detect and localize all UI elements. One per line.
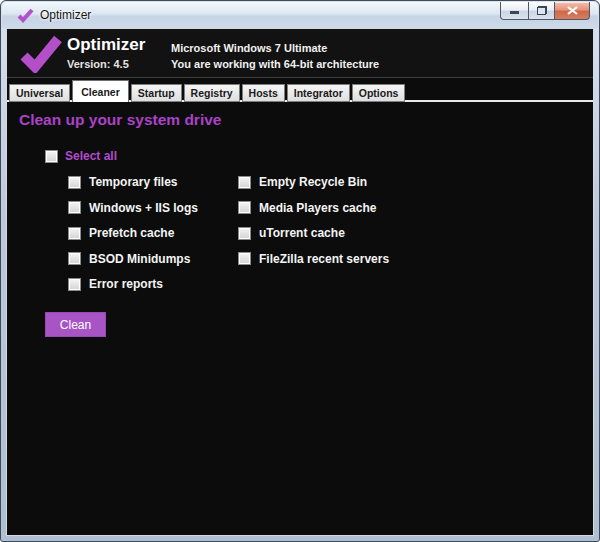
restore-icon — [537, 6, 547, 15]
os-architecture: You are working with 64-bit architecture — [171, 58, 379, 70]
tab-options[interactable]: Options — [352, 84, 406, 102]
tab-label: Hosts — [249, 87, 278, 99]
minimize-icon — [510, 11, 519, 14]
tab-hosts[interactable]: Hosts — [242, 84, 285, 102]
app-header: Optimizer Version: 4.5 Microsoft Windows… — [7, 29, 593, 78]
option-label: Prefetch cache — [89, 226, 174, 240]
checkbox-unchecked-icon[interactable] — [238, 201, 251, 214]
checkbox-unchecked-icon[interactable] — [68, 201, 81, 214]
options-column-left: Temporary files Windows + IIS logs Prefe… — [68, 175, 198, 291]
checkbox-unchecked-icon[interactable] — [68, 176, 81, 189]
tab-registry[interactable]: Registry — [184, 84, 240, 102]
maximize-button[interactable] — [529, 2, 555, 20]
option-temporary-files[interactable]: Temporary files — [68, 175, 198, 189]
option-label: Windows + IIS logs — [89, 201, 198, 215]
option-label: FileZilla recent servers — [259, 252, 389, 266]
tab-label: Options — [359, 87, 399, 99]
option-empty-recycle-bin[interactable]: Empty Recycle Bin — [238, 175, 389, 189]
clean-button[interactable]: Clean — [45, 312, 106, 337]
option-label: BSOD Minidumps — [89, 252, 190, 266]
option-label: uTorrent cache — [259, 226, 345, 240]
option-media-players-cache[interactable]: Media Players cache — [238, 201, 389, 215]
option-label: Temporary files — [89, 175, 177, 189]
option-windows-iis-logs[interactable]: Windows + IIS logs — [68, 201, 198, 215]
os-name: Microsoft Windows 7 Ultimate — [171, 42, 327, 54]
select-all-label: Select all — [65, 149, 117, 163]
tab-universal[interactable]: Universal — [9, 84, 70, 102]
select-all-checkbox-row[interactable]: Select all — [45, 149, 117, 163]
app-checkmark-icon — [17, 8, 34, 23]
option-prefetch-cache[interactable]: Prefetch cache — [68, 226, 198, 240]
checkbox-unchecked-icon[interactable] — [238, 252, 251, 265]
option-utorrent-cache[interactable]: uTorrent cache — [238, 226, 389, 240]
tab-label: Integrator — [294, 87, 343, 99]
option-label: Error reports — [89, 277, 163, 291]
tab-strip: Universal Cleaner Startup Registry Hosts… — [9, 80, 405, 102]
window-title: Optimizer — [40, 8, 91, 22]
checkbox-unchecked-icon[interactable] — [45, 150, 58, 163]
app-version: Version: 4.5 — [67, 58, 129, 70]
close-button[interactable] — [555, 2, 590, 20]
minimize-button[interactable] — [500, 2, 529, 20]
titlebar[interactable]: Optimizer — [2, 2, 598, 28]
checkbox-unchecked-icon[interactable] — [238, 176, 251, 189]
tab-cleaner[interactable]: Cleaner — [72, 80, 129, 102]
checkmark-logo — [20, 35, 62, 73]
app-name: Optimizer — [67, 35, 145, 55]
checkbox-unchecked-icon[interactable] — [68, 227, 81, 240]
tab-label: Registry — [191, 87, 233, 99]
option-label: Media Players cache — [259, 201, 376, 215]
checkbox-unchecked-icon[interactable] — [238, 227, 251, 240]
close-icon — [567, 6, 578, 15]
tab-label: Universal — [16, 87, 63, 99]
tab-label: Startup — [138, 87, 175, 99]
options-column-right: Empty Recycle Bin Media Players cache uT… — [238, 175, 389, 266]
tab-integrator[interactable]: Integrator — [287, 84, 350, 102]
optimizer-window: Optimizer Optimizer Version: 4.5 Microso… — [0, 0, 600, 542]
checkbox-unchecked-icon[interactable] — [68, 278, 81, 291]
caption-buttons — [500, 2, 590, 20]
option-filezilla-recent-servers[interactable]: FileZilla recent servers — [238, 252, 389, 266]
checkbox-unchecked-icon[interactable] — [68, 252, 81, 265]
option-error-reports[interactable]: Error reports — [68, 277, 198, 291]
tab-startup[interactable]: Startup — [131, 84, 182, 102]
option-bsod-minidumps[interactable]: BSOD Minidumps — [68, 252, 198, 266]
tab-label: Cleaner — [81, 86, 120, 98]
option-label: Empty Recycle Bin — [259, 175, 367, 189]
page-title: Clean up your system drive — [19, 111, 221, 129]
